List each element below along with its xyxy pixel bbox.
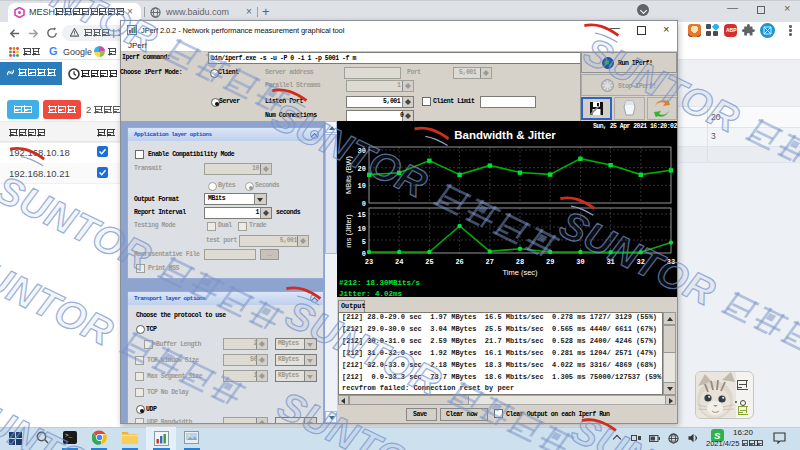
svg-text:27: 27 bbox=[486, 258, 494, 266]
svg-text:15: 15 bbox=[358, 211, 366, 219]
svg-text:ms (Jitter): ms (Jitter) bbox=[344, 214, 353, 248]
svg-text:Bandwidth & Jitter: Bandwidth & Jitter bbox=[454, 129, 556, 141]
svg-text:0: 0 bbox=[362, 250, 366, 258]
svg-text:23: 23 bbox=[365, 258, 373, 266]
svg-text:Time (sec): Time (sec) bbox=[502, 268, 538, 277]
svg-text:30: 30 bbox=[358, 147, 366, 155]
svg-text:5: 5 bbox=[362, 238, 366, 246]
svg-text:30: 30 bbox=[576, 258, 584, 266]
svg-text:20: 20 bbox=[358, 165, 366, 173]
svg-text:29: 29 bbox=[546, 258, 554, 266]
svg-text:33: 33 bbox=[667, 258, 675, 266]
svg-text:31: 31 bbox=[606, 258, 614, 266]
svg-text:28: 28 bbox=[516, 258, 524, 266]
svg-text:24: 24 bbox=[395, 258, 403, 266]
svg-text:32: 32 bbox=[637, 258, 645, 266]
svg-text:10: 10 bbox=[358, 182, 366, 190]
svg-text:MBits (BW): MBits (BW) bbox=[344, 156, 353, 194]
svg-text:10: 10 bbox=[358, 225, 366, 233]
svg-text:0: 0 bbox=[362, 200, 366, 208]
svg-text:25: 25 bbox=[425, 258, 433, 266]
svg-text:26: 26 bbox=[455, 258, 463, 266]
